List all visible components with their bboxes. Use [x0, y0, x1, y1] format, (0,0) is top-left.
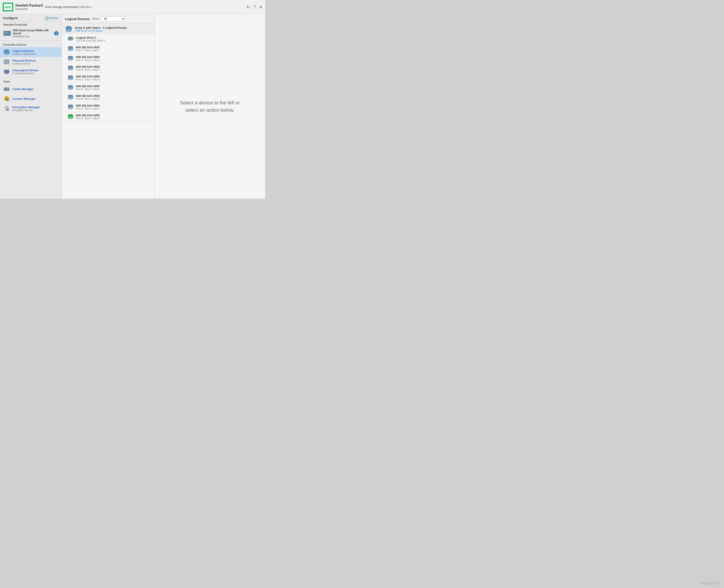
hdd-text-2: 600 GB SAS HDD Port 1I : Box 3 : Bay 2: [76, 56, 151, 61]
controller-item[interactable]: HPE Smart Array P408i-a SR Gen10 Embedde…: [0, 27, 62, 40]
hdd-name-2: 600 GB SAS HDD: [76, 56, 151, 59]
app-version-num: 3.40.3.0: [79, 5, 88, 8]
configure-label: Configure: [3, 16, 18, 20]
divider-2: [0, 77, 62, 78]
svg-point-19: [7, 71, 9, 72]
svg-rect-14: [4, 60, 9, 61]
sidebar-item-cache-manager[interactable]: Cache Manager: [0, 84, 62, 94]
show-select[interactable]: All Configured Unconfigured: [101, 16, 125, 21]
svg-rect-20: [5, 73, 8, 74]
hdd-item-3[interactable]: 600 GB SAS HDD Port 1I : Box 3 : Bay 3: [62, 63, 155, 73]
app-subtitle: Enterprise: [16, 7, 43, 10]
hdd-name-3: 600 GB SAS HDD: [76, 65, 151, 68]
hdd-text-3: 600 GB SAS HDD Port 1I : Box 3 : Bay 3: [76, 65, 151, 71]
version-dropdown[interactable]: ▾: [90, 5, 91, 9]
hdd-icon-7: [67, 104, 74, 110]
hdd-name-6: 600 GB SAS HDD: [76, 94, 151, 98]
controller-devices-label: Controller Devices: [0, 42, 62, 47]
logical-devices-sub: 1 array, 1 logical drive: [13, 52, 59, 55]
hdd-name-7: 600 GB SAS HDD: [76, 104, 151, 107]
hdd-text-1: 600 GB SAS HDD Port 1I : Box 3 : Bay 1: [76, 46, 151, 51]
hdd-sub-7: Port 2I : Box 3 : Bay 7: [76, 107, 151, 110]
app-company: Hewlett Packard: [16, 3, 43, 7]
logical-drive-text: Logical Drive 1 3.27 TiB (3.60 TB), RAID…: [76, 36, 151, 42]
physical-devices-icon: [3, 59, 10, 65]
array-name: Array A with Spare - 1 Logical Drive(s): [75, 26, 151, 29]
logical-drive-name: Logical Drive 1: [76, 36, 151, 39]
logical-drive-item-1[interactable]: ! Logical Drive 1 3.27 TiB (3.60 TB), RA…: [62, 34, 155, 44]
hdd-item-4[interactable]: 600 GB SAS HDD Port 1I : Box 3 : Bay 4: [62, 73, 155, 83]
svg-point-33: [6, 107, 7, 108]
refresh-icon: 🔄: [45, 16, 48, 20]
hdd-item-7[interactable]: 600 GB SAS HDD Port 2I : Box 3 : Bay 7: [62, 102, 155, 112]
tools-label: Tools: [0, 78, 62, 84]
hdd-item-8[interactable]: 600 GB SAS HDD Port 2I : Box 3 : Bay 8: [62, 112, 155, 122]
refresh-button[interactable]: 🔄 Refresh: [45, 16, 59, 20]
unassigned-drives-sub: 0 unassigned drives: [13, 72, 59, 75]
divider-1: [0, 40, 62, 41]
hdd-name-1: 600 GB SAS HDD: [76, 46, 151, 49]
selected-controller-label: Selected Controller: [0, 21, 62, 27]
title-bar: HPE Hewlett Packard Enterprise Smart Sto…: [0, 0, 265, 14]
controller-icon: [3, 30, 11, 37]
hdd-sub-2: Port 1I : Box 3 : Bay 2: [76, 59, 151, 61]
titlebar-controls: ↻ ? ✕: [246, 5, 262, 9]
controller-sub: Embedded Slot: [13, 35, 52, 38]
svg-point-18: [4, 71, 6, 72]
hdd-text-4: 600 GB SAS HDD Port 1I : Box 3 : Bay 4: [76, 75, 151, 81]
titlebar-close-button[interactable]: ✕: [259, 5, 262, 9]
refresh-label: Refresh: [49, 17, 59, 20]
hdd-text-7: 600 GB SAS HDD Port 2I : Box 3 : Bay 7: [76, 104, 151, 110]
physical-devices-sub: 8 physical drives: [13, 62, 59, 65]
hdd-sub-1: Port 1I : Box 3 : Bay 1: [76, 49, 151, 51]
sidebar-item-physical-devices[interactable]: Physical Devices 8 physical drives: [0, 57, 62, 67]
svg-rect-28: [6, 98, 7, 98]
encryption-manager-sub: Encryption Not Set: [13, 109, 59, 111]
svg-rect-25: [7, 88, 8, 90]
svg-rect-23: [5, 88, 6, 90]
encryption-manager-text: Encryption Manager Encryption Not Set: [13, 105, 59, 111]
main-layout: Configure 🔄 Refresh Selected Controller …: [0, 14, 265, 198]
svg-point-83: [68, 88, 73, 90]
physical-devices-text: Physical Devices 8 physical drives: [13, 59, 59, 65]
sidebar-item-license-manager[interactable]: License Manager: [0, 94, 62, 104]
hdd-sub-4: Port 1I : Box 3 : Bay 4: [76, 78, 151, 81]
hdd-item-6[interactable]: 600 GB SAS HDD Port 2I : Box 3 : Bay 6: [62, 92, 155, 102]
center-panel-title: Logical Devices: [65, 17, 90, 21]
svg-point-34: [7, 109, 9, 111]
hdd-item-1[interactable]: 600 GB SAS HDD Port 1I : Box 3 : Bay 1: [62, 44, 155, 54]
svg-point-46: [68, 39, 73, 40]
sidebar-item-encryption-manager[interactable]: Encryption Manager Encryption Not Set: [0, 104, 62, 113]
svg-point-55: [68, 49, 73, 51]
hdd-name-5: 600 GB SAS HDD: [76, 85, 151, 88]
hdd-icon-3: [67, 65, 74, 71]
sidebar-item-logical-devices[interactable]: Logical Devices 1 array, 1 logical drive: [0, 47, 62, 57]
controller-text: HPE Smart Array P408i-a SR Gen10 Embedde…: [13, 29, 52, 38]
hdd-item-2[interactable]: 600 GB SAS HDD Port 1I : Box 3 : Bay 2: [62, 54, 155, 63]
controller-name: HPE Smart Array P408i-a SR Gen10: [13, 29, 52, 35]
svg-point-69: [68, 68, 73, 70]
right-panel: Select a device to the left or select an…: [155, 14, 265, 198]
titlebar-refresh-button[interactable]: ↻: [246, 5, 250, 9]
app-version-name: Smart Storage Administrator: [45, 5, 78, 8]
unassigned-drives-text: Unassigned Drives 0 unassigned drives: [13, 69, 59, 75]
license-manager-text: License Manager: [13, 97, 59, 101]
hdd-item-5[interactable]: 600 GB SAS HDD Port 2I : Box 3 : Bay 5: [62, 83, 155, 92]
unassigned-drives-icon: [3, 68, 10, 75]
svg-point-30: [7, 99, 9, 101]
sidebar-header: Configure 🔄 Refresh: [0, 14, 62, 21]
unassigned-drives-title: Unassigned Drives: [13, 69, 59, 72]
logical-drive-icon: !: [67, 36, 74, 42]
hdd-icon-6: [67, 94, 74, 100]
svg-rect-5: [6, 32, 8, 33]
hdd-sub-6: Port 2I : Box 3 : Bay 6: [76, 98, 151, 100]
hdd-icon-2: [67, 56, 74, 61]
logical-devices-text: Logical Devices 1 array, 1 logical drive: [13, 49, 59, 55]
logical-devices-title: Logical Devices: [13, 49, 59, 52]
array-header[interactable]: Array A with Spare - 1 Logical Drive(s) …: [62, 24, 155, 34]
hdd-sub-8: Port 2I : Box 3 : Bay 8: [76, 117, 151, 120]
sidebar-item-unassigned-drives[interactable]: Unassigned Drives 0 unassigned drives: [0, 67, 62, 76]
cache-manager-icon: [3, 86, 10, 92]
titlebar-help-button[interactable]: ?: [254, 5, 256, 9]
logical-drive-sub: 3.27 TiB (3.60 TB), RAID 5: [76, 39, 151, 42]
